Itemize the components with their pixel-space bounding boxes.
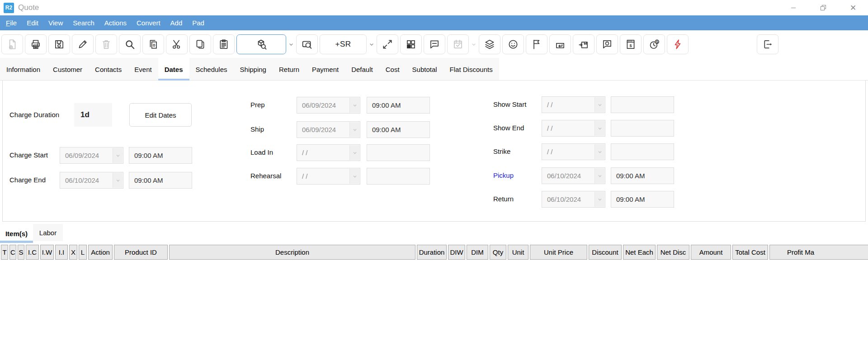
menu-edit[interactable]: Edit	[22, 15, 43, 30]
tab-subtotal[interactable]: Subtotal	[406, 58, 443, 81]
layers-button[interactable]	[479, 34, 500, 54]
col-total-cost[interactable]: Total Cost	[732, 245, 768, 260]
col-ii[interactable]: I.I	[55, 245, 68, 260]
col-ic[interactable]: I.C	[26, 245, 39, 260]
col-product-id[interactable]: Product ID	[114, 245, 168, 260]
col-qty[interactable]: Qty	[490, 245, 506, 260]
col-duration[interactable]: Duration	[417, 245, 447, 260]
edit-button[interactable]	[72, 34, 94, 54]
invoice-button[interactable]: $	[620, 34, 642, 54]
comment-button[interactable]	[424, 34, 445, 54]
svg-text:$: $	[629, 43, 632, 48]
copy-button[interactable]	[189, 34, 211, 54]
tab-payment[interactable]: Payment	[306, 58, 345, 81]
show-start-date-field[interactable]: / /	[542, 96, 605, 113]
tab-shipping[interactable]: Shipping	[234, 58, 273, 81]
col-net-each[interactable]: Net Each	[623, 245, 656, 260]
copy-zero-button[interactable]: 0	[142, 34, 164, 54]
flag-button[interactable]	[526, 34, 547, 54]
tab-customer[interactable]: Customer	[47, 58, 89, 81]
subrental-return-button[interactable]	[549, 34, 571, 54]
date-dropdown-icon[interactable]	[594, 192, 604, 207]
col-net-disc[interactable]: Net Disc	[657, 245, 689, 260]
tab-contacts[interactable]: Contacts	[89, 58, 128, 81]
menu-add[interactable]: Add	[165, 15, 188, 30]
show-end-date-value: / /	[547, 124, 553, 132]
col-l[interactable]: L	[79, 245, 87, 260]
col-c[interactable]: C	[9, 245, 16, 260]
delete-button[interactable]	[95, 34, 117, 54]
tab-event[interactable]: Event	[128, 58, 158, 81]
menu-view[interactable]: View	[43, 15, 68, 30]
strike-date-field[interactable]: / /	[542, 143, 605, 160]
date-dropdown-icon[interactable]	[594, 121, 604, 136]
tab-default[interactable]: Default	[345, 58, 379, 81]
close-icon: ✕	[850, 3, 856, 13]
show-start-time-field[interactable]	[611, 96, 674, 113]
menu-pad[interactable]: Pad	[187, 15, 209, 30]
col-x[interactable]: X	[69, 245, 77, 260]
quick-action-button[interactable]	[667, 34, 689, 54]
cut-button[interactable]	[166, 34, 188, 54]
tab-dates[interactable]: Dates	[158, 58, 189, 81]
col-unit[interactable]: Unit	[508, 245, 528, 260]
menu-bar: File Edit View Search Actions Convert Ad…	[0, 15, 868, 30]
col-diw[interactable]: DIW	[448, 245, 465, 260]
tab-cost[interactable]: Cost	[379, 58, 406, 81]
menu-file[interactable]: File	[1, 15, 22, 30]
product-search-button[interactable]	[236, 34, 286, 54]
col-amount[interactable]: Amount	[691, 245, 731, 260]
tab-labor[interactable]: Labor	[33, 224, 63, 241]
receive-box-button[interactable]	[573, 34, 594, 54]
restore-button[interactable]	[808, 0, 838, 15]
add-subrental-dropdown[interactable]	[368, 34, 375, 54]
col-dim[interactable]: DIM	[467, 245, 488, 260]
minimize-button[interactable]: ─	[778, 0, 808, 15]
paste-button[interactable]	[213, 34, 235, 54]
menu-actions[interactable]: Actions	[99, 15, 132, 30]
schedule-dropdown[interactable]	[471, 34, 477, 54]
col-description[interactable]: Description	[169, 245, 415, 260]
tab-return[interactable]: Return	[273, 58, 306, 81]
tab-items[interactable]: Item(s)	[0, 224, 33, 243]
close-button[interactable]: ✕	[838, 0, 868, 15]
pickup-link[interactable]: Pickup	[493, 171, 514, 179]
tab-flat-discounts[interactable]: Flat Discounts	[443, 58, 499, 81]
tab-information[interactable]: Information	[0, 58, 47, 81]
expand-button[interactable]	[377, 34, 398, 54]
view-search-button[interactable]	[296, 34, 318, 54]
col-s[interactable]: S	[18, 245, 24, 260]
strike-time-field[interactable]	[611, 143, 674, 160]
tab-schedules[interactable]: Schedules	[189, 58, 234, 81]
col-discount[interactable]: Discount	[589, 245, 622, 260]
col-action[interactable]: Action	[88, 245, 113, 260]
col-unit-price[interactable]: Unit Price	[530, 245, 587, 260]
add-subrental-button[interactable]: +SR	[320, 34, 367, 54]
save-button[interactable]	[48, 34, 70, 54]
order-chat-button[interactable]	[596, 34, 618, 54]
smiley-button[interactable]	[502, 34, 524, 54]
date-dropdown-icon[interactable]	[594, 97, 604, 112]
show-end-date-field[interactable]: / /	[542, 120, 605, 137]
return-row: Return 06/10/2024 09:00 AM	[3, 191, 865, 208]
col-profit-margin[interactable]: Profit Ma	[769, 245, 868, 260]
layout-grid-button[interactable]	[400, 34, 422, 54]
date-dropdown-icon[interactable]	[594, 168, 604, 183]
schedule-calendar-button[interactable]	[447, 34, 469, 54]
return-date-field[interactable]: 06/10/2024	[542, 191, 605, 208]
date-dropdown-icon[interactable]	[594, 144, 604, 159]
product-search-dropdown[interactable]	[288, 34, 294, 54]
search-button[interactable]	[119, 34, 141, 54]
new-quote-button[interactable]	[1, 34, 23, 54]
print-button[interactable]	[25, 34, 47, 54]
menu-search[interactable]: Search	[68, 15, 99, 30]
return-time-field[interactable]: 09:00 AM	[611, 191, 674, 208]
billing-time-button[interactable]: $	[643, 34, 665, 54]
exit-button[interactable]	[757, 34, 778, 54]
menu-convert[interactable]: Convert	[132, 15, 165, 30]
pickup-time-field[interactable]: 09:00 AM	[611, 167, 674, 184]
show-end-time-field[interactable]	[611, 120, 674, 137]
col-t[interactable]: T	[1, 245, 8, 260]
pickup-date-field[interactable]: 06/10/2024	[542, 167, 605, 184]
col-iw[interactable]: I.W	[40, 245, 54, 260]
